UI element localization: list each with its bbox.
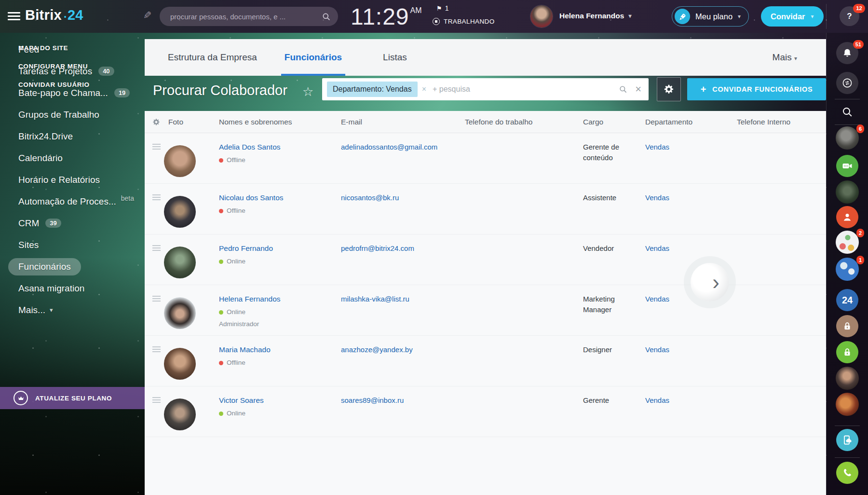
employee-name-link[interactable]: Helena Fernandos bbox=[219, 295, 281, 303]
rail-search-button[interactable] bbox=[839, 104, 855, 120]
invite-button[interactable]: Convidar▾ bbox=[761, 6, 824, 27]
menu-icon[interactable] bbox=[8, 12, 20, 22]
clear-search-icon[interactable]: × bbox=[635, 84, 641, 95]
drag-handle[interactable] bbox=[152, 346, 161, 352]
drag-handle[interactable] bbox=[152, 194, 161, 200]
column-settings-icon[interactable] bbox=[145, 118, 168, 126]
column-header-telefone-trabalho[interactable]: Telefone do trabalho bbox=[465, 118, 583, 126]
employee-email-link[interactable]: anazhoze@yandex.by bbox=[341, 345, 413, 354]
right-rail: 51 6 2 1 24 bbox=[826, 33, 868, 495]
chat-avatar-man[interactable] bbox=[836, 180, 859, 204]
upgrade-plan-button[interactable]: ATUALIZE SEU PLANO bbox=[0, 387, 145, 409]
column-header-departamento[interactable]: Departamento bbox=[645, 118, 737, 126]
drag-handle[interactable] bbox=[152, 397, 161, 403]
employees-table: Foto Nomes e sobrenomes E-mail Telefone … bbox=[145, 111, 826, 495]
department-link[interactable]: Vendas bbox=[645, 345, 669, 354]
employee-email-link[interactable]: adelinadossantos@gmail.com bbox=[341, 143, 437, 151]
global-search-input[interactable] bbox=[160, 13, 322, 21]
column-header-cargo[interactable]: Cargo bbox=[583, 118, 645, 126]
search-icon[interactable] bbox=[322, 12, 331, 21]
global-search[interactable] bbox=[160, 7, 338, 26]
employee-name-link[interactable]: Victor Soares bbox=[219, 396, 264, 404]
employee-name-link[interactable]: Maria Machado bbox=[219, 345, 271, 354]
flag-counter[interactable]: ⚑1 bbox=[436, 4, 448, 12]
remove-filter-icon[interactable]: × bbox=[422, 85, 426, 94]
sidebar-link-convidar[interactable]: CONVIDAR USUÁRIO bbox=[0, 75, 145, 94]
sidebar-item-crm[interactable]: CRM39 bbox=[0, 212, 145, 234]
employee-avatar[interactable] bbox=[164, 297, 196, 329]
contact-button[interactable] bbox=[836, 206, 858, 228]
chat-avatar-party[interactable]: 2 bbox=[836, 231, 859, 254]
department-link[interactable]: Vendas bbox=[645, 244, 669, 252]
notifications-button[interactable]: 51 bbox=[836, 42, 858, 64]
employee-search-bar[interactable]: Departamento: Vendas × × bbox=[322, 78, 649, 100]
employee-name-link[interactable]: Pedro Fernando bbox=[219, 244, 273, 252]
filter-chip-departamento[interactable]: Departamento: Vendas bbox=[327, 82, 418, 97]
sidebar-item-funcionarios[interactable]: Funcionários bbox=[0, 256, 145, 277]
drag-handle[interactable] bbox=[152, 296, 161, 302]
chat-avatar-globe[interactable]: 1 bbox=[836, 258, 859, 281]
sidebar-item-horario[interactable]: Horário e Relatórios bbox=[0, 169, 145, 191]
chat-avatar-woman-2[interactable] bbox=[836, 393, 859, 416]
employee-email-link[interactable]: nicosantos@bk.ru bbox=[341, 193, 399, 202]
employee-avatar[interactable] bbox=[164, 145, 196, 177]
chat-avatar-group[interactable]: 6 bbox=[836, 126, 859, 150]
sidebar-link-mapa[interactable]: MAPA DO SITE bbox=[0, 39, 145, 57]
tab-estrutura-da-empresa[interactable]: Estrutura da Empresa bbox=[168, 39, 257, 76]
employee-email-link[interactable]: soares89@inbox.ru bbox=[341, 396, 404, 404]
employee-avatar[interactable] bbox=[164, 399, 196, 430]
sidebar-item-automacao[interactable]: Automação de Proces...beta bbox=[0, 191, 145, 212]
work-status-button[interactable]: TRABALHANDO bbox=[433, 18, 495, 25]
column-header-email[interactable]: E-mail bbox=[341, 118, 465, 126]
sidebar-item-asana[interactable]: Asana migration bbox=[0, 277, 145, 299]
department-link[interactable]: Vendas bbox=[645, 295, 669, 303]
employee-avatar[interactable] bbox=[164, 196, 196, 228]
sidebar-item-grupos[interactable]: Grupos de Trabalho bbox=[0, 104, 145, 125]
employee-search-input[interactable] bbox=[426, 85, 619, 94]
tab-mais[interactable]: Mais ▾ bbox=[773, 52, 797, 63]
sidebar-item-sites[interactable]: Sites bbox=[0, 234, 145, 256]
mobile-app-button[interactable] bbox=[836, 429, 858, 451]
sidebar-item-drive[interactable]: Bitrix24.Drive bbox=[0, 125, 145, 147]
app-logo[interactable]: Bitrix24 bbox=[25, 7, 83, 23]
video-call-button[interactable] bbox=[836, 155, 858, 177]
employee-avatar[interactable] bbox=[164, 348, 196, 380]
private-chat-lock-icon[interactable] bbox=[836, 315, 858, 337]
employee-email-link[interactable]: milashka-vika@list.ru bbox=[341, 295, 409, 303]
drag-handle[interactable] bbox=[152, 245, 161, 251]
notification-badge: 51 bbox=[853, 40, 864, 49]
employee-avatar[interactable] bbox=[164, 247, 196, 278]
sidebar-item-mais[interactable]: Mais...▾ bbox=[0, 299, 145, 321]
tab-listas[interactable]: Listas bbox=[383, 39, 407, 76]
chat-avatar-woman-1[interactable] bbox=[836, 367, 859, 390]
sidebar-item-calendario[interactable]: Calendário bbox=[0, 147, 145, 169]
employee-name-link[interactable]: Nicolau dos Santos bbox=[219, 193, 284, 202]
department-link[interactable]: Vendas bbox=[645, 143, 669, 151]
employee-name-link[interactable]: Adelia Dos Santos bbox=[219, 143, 281, 151]
user-menu[interactable]: Helena Fernandos▾ bbox=[559, 12, 631, 20]
view-settings-button[interactable] bbox=[657, 77, 681, 101]
tab-funcionarios[interactable]: Funcionários bbox=[285, 39, 342, 76]
secure-chat-lock-icon[interactable] bbox=[836, 341, 858, 363]
column-header-foto[interactable]: Foto bbox=[168, 118, 219, 126]
expand-panel-button[interactable]: › bbox=[691, 263, 729, 302]
drag-handle[interactable] bbox=[152, 144, 161, 150]
user-avatar[interactable] bbox=[530, 5, 553, 28]
department-link[interactable]: Vendas bbox=[645, 396, 669, 404]
bitrix24-network-button[interactable]: 24 bbox=[836, 289, 858, 311]
clock[interactable]: 11:29AM bbox=[351, 3, 421, 30]
messenger-button[interactable] bbox=[836, 72, 858, 94]
employee-email-link[interactable]: pedrofrn@bitrix24.com bbox=[341, 244, 414, 252]
my-plan-button[interactable]: Meu plano ▾ bbox=[672, 6, 749, 27]
telephony-button[interactable] bbox=[836, 462, 858, 484]
column-header-telefone-interno[interactable]: Telefone Interno bbox=[737, 118, 826, 126]
sidebar-link-configurar[interactable]: CONFIGURAR MENU bbox=[0, 57, 145, 75]
work-phone-cell bbox=[465, 386, 583, 437]
column-header-nomes[interactable]: Nomes e sobrenomes bbox=[219, 118, 341, 126]
department-link[interactable]: Vendas bbox=[645, 193, 669, 202]
search-icon[interactable] bbox=[619, 85, 627, 94]
invite-employees-button[interactable]: +CONVIDAR FUNCIONÁRIOS bbox=[687, 78, 826, 100]
help-button[interactable]: ?12 bbox=[840, 6, 859, 26]
edit-pencil-icon[interactable]: ✎ bbox=[143, 10, 152, 21]
favorite-star-icon[interactable]: ☆ bbox=[302, 84, 313, 99]
